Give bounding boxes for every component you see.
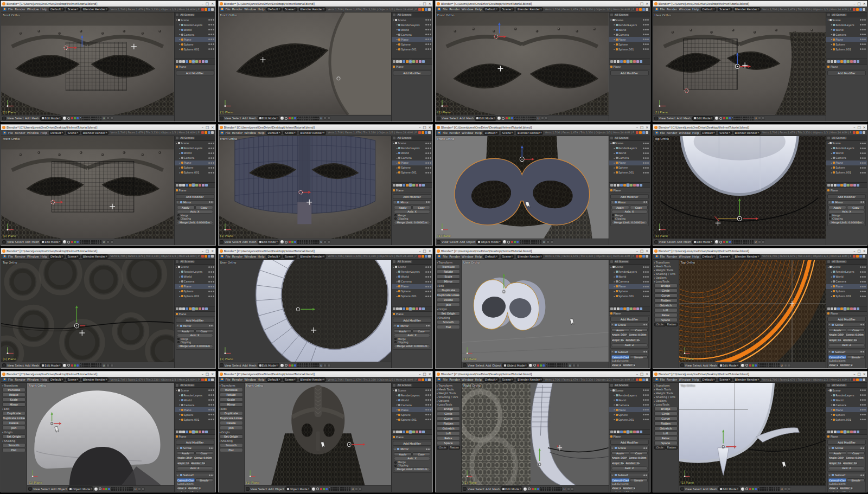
viewport-visibility-icon[interactable] [211,447,213,449]
viewport-visibility-icon[interactable] [211,325,213,326]
layer-cell[interactable] [329,487,330,489]
outliner-item-sphere-001[interactable]: ▸Sphere.001 [609,417,650,422]
disclosure-triangle-icon[interactable]: ▸ [393,389,394,392]
modifier-visibility-icons[interactable] [209,447,213,449]
disclosure-triangle-icon[interactable]: ▸ [831,403,832,406]
material-tab-icon[interactable] [416,307,418,310]
scene-tab-icon[interactable] [399,307,402,310]
outliner-item-scene[interactable]: ▸Scene [392,265,432,270]
maximize-button[interactable]: □ [640,2,643,5]
menu-render[interactable]: Render [449,131,460,134]
layer-cell[interactable] [748,242,749,244]
arrow-icon[interactable] [645,409,647,410]
disclosure-triangle-icon[interactable]: ▸ [180,23,181,26]
eye-icon[interactable] [860,389,861,391]
visibility-toggle-icons[interactable] [860,29,866,30]
arrow-icon[interactable] [862,296,864,297]
menu-render[interactable]: Render [449,8,460,11]
manipulator-y-icon[interactable] [540,364,542,367]
menu-add[interactable]: Add [459,240,465,243]
physics-tab-icon[interactable] [422,60,425,63]
looptools-button-bridge[interactable]: Bridge [654,407,678,411]
manipulator-x-icon[interactable] [532,488,534,490]
layer-cell[interactable] [532,117,534,118]
layer-cell[interactable] [313,365,315,367]
eye-icon[interactable] [860,399,861,401]
axis-field[interactable]: Axis: Z [177,466,213,470]
visibility-toggle-icons[interactable] [425,409,431,410]
visibility-toggle-icons[interactable] [860,271,866,273]
eye-icon[interactable] [860,167,861,169]
layer-cell[interactable] [84,119,86,120]
disclosure-triangle-icon[interactable]: ▸ [614,33,615,36]
snap-magnet-icon[interactable]: ∪ [320,364,322,367]
viewport-3d[interactable]: Front Ortho(1) PlaneViewSelectAddMeshEdi… [436,12,609,121]
eye-icon[interactable] [425,291,427,292]
outliner-item-camera[interactable]: ▸Camera [609,32,650,37]
steps-field[interactable]: Steps: 16 [611,338,625,342]
visibility-toggle-icons[interactable] [643,291,649,292]
outliner-filter-label[interactable]: All Scenes [397,14,412,16]
scene-tab-icon[interactable] [617,184,620,187]
disclosure-triangle-icon[interactable]: ▸ [614,285,615,288]
layer-cell[interactable] [344,489,346,491]
editor-type-icon[interactable] [246,487,250,491]
disclosure-triangle-icon[interactable]: ▸ [397,408,398,411]
scene-select[interactable]: Scene▾ [718,254,731,259]
disclosure-triangle-icon[interactable]: ▸ [611,142,612,145]
menu-select[interactable]: Select [232,364,241,367]
looptools-button-bridge[interactable]: Bridge [654,284,678,288]
render-tab-icon[interactable] [610,184,613,187]
close-button[interactable]: × [863,2,866,5]
layer-cell[interactable] [734,240,736,242]
shelf-section-collapsed[interactable]: ▸Weight Tools [654,392,678,395]
arrow-icon[interactable] [862,394,864,396]
arrow-icon[interactable] [862,24,864,25]
layer-cell[interactable] [552,365,554,367]
menu-object[interactable]: Object [58,487,67,491]
simple-button[interactable]: Simple [847,355,865,359]
arrow-icon[interactable] [645,157,647,159]
layer-cell[interactable] [752,117,754,118]
shelf-button-join[interactable]: Join [437,303,460,307]
shelf-button-rotate[interactable]: Rotate [437,270,460,274]
arrow-icon[interactable] [862,286,864,287]
outliner-item-plane[interactable]: ▸Plane [826,284,867,289]
disclosure-triangle-icon[interactable]: ▸ [614,408,615,411]
outliner-item-camera[interactable]: ▸Camera [392,32,432,37]
layer-cell[interactable] [547,487,548,489]
render-tab-icon[interactable] [393,431,395,433]
apply-button[interactable]: Apply [177,451,195,455]
eye-icon[interactable] [860,143,861,144]
disclosure-triangle-icon[interactable]: ▸ [180,285,181,288]
layer-cell[interactable] [561,365,563,367]
disclosure-triangle-icon[interactable]: ▸ [831,28,832,31]
shelf-section-transform[interactable]: ▾Transform [220,384,243,387]
eye-icon[interactable] [643,414,644,415]
outliner-item-renderlayers[interactable]: ▸RenderLayers [826,270,867,274]
object-tab-icon[interactable] [840,60,843,63]
render-engine-select[interactable]: Blender Render▾ [299,7,326,11]
maximize-button[interactable]: □ [640,373,643,376]
angle-field[interactable]: Angle: 360° [177,456,193,460]
shelf-section-transform[interactable]: ▾Transform [437,261,460,264]
outliner-filter-label[interactable]: All Scenes [180,14,195,16]
arrow-icon[interactable] [427,43,429,45]
visibility-toggle-icons[interactable] [860,48,866,50]
layer-cell[interactable] [771,363,773,365]
eye-icon[interactable] [860,19,861,21]
eye-icon[interactable] [425,157,427,159]
texture-tab-icon[interactable] [419,60,422,63]
manipulator-axis-icons[interactable] [723,117,731,119]
outliner-item-scene[interactable]: ▸Scene [392,141,432,146]
layer-cell[interactable] [736,117,738,118]
outliner-display-icon[interactable] [610,137,613,139]
disclosure-triangle-icon[interactable]: ▸ [614,280,615,283]
eye-icon[interactable] [208,276,210,278]
eye-icon[interactable] [860,281,861,283]
disclosure-triangle-icon[interactable]: ▸ [180,38,181,41]
editor-type-icon[interactable] [654,117,658,120]
simple-button[interactable]: Simple [630,355,648,359]
object-tab-icon[interactable] [623,431,626,433]
outliner-item-renderlayers[interactable]: ▸RenderLayers [826,22,867,27]
